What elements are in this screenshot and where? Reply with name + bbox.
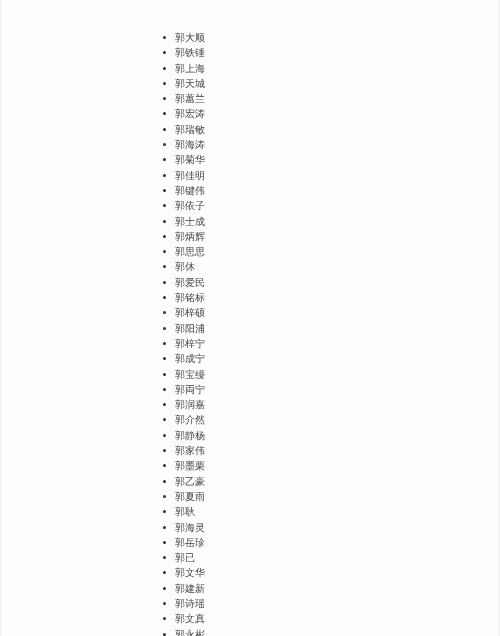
- list-item: 郭炳辉: [161, 229, 499, 244]
- list-item: 郭上海: [161, 61, 499, 76]
- list-item: 郭成宁: [161, 351, 499, 366]
- list-item: 郭键伟: [161, 183, 499, 198]
- list-item: 郭润嘉: [161, 397, 499, 412]
- list-item: 郭梓硕: [161, 305, 499, 320]
- list-item: 郭永彬: [161, 627, 499, 636]
- list-item: 郭阳浦: [161, 321, 499, 336]
- list-item: 郭爱民: [161, 275, 499, 290]
- document-body: 郭大顺郭铁锤郭上海郭天城郭蕙兰郭宏涛郭瑞敏郭海涛郭菊华郭佳明郭键伟郭依子郭士成郭…: [0, 0, 500, 636]
- list-item: 郭墨栗: [161, 458, 499, 473]
- list-item: 郭文真: [161, 611, 499, 626]
- list-item: 郭耿: [161, 504, 499, 519]
- list-item: 郭诗瑶: [161, 596, 499, 611]
- list-item: 郭家伟: [161, 443, 499, 458]
- list-item: 郭铭标: [161, 290, 499, 305]
- list-item: 郭夏雨: [161, 489, 499, 504]
- list-item: 郭宝缦: [161, 367, 499, 382]
- list-item: 郭依子: [161, 198, 499, 213]
- list-item: 郭佳明: [161, 168, 499, 183]
- list-item: 郭乙豪: [161, 474, 499, 489]
- list-item: 郭海灵: [161, 520, 499, 535]
- list-item: 郭岳珍: [161, 535, 499, 550]
- list-item: 郭已: [161, 550, 499, 565]
- list-item: 郭海涛: [161, 137, 499, 152]
- list-item: 郭思思: [161, 244, 499, 259]
- list-item: 郭蕙兰: [161, 91, 499, 106]
- list-item: 郭士成: [161, 214, 499, 229]
- list-item: 郭建新: [161, 581, 499, 596]
- list-item: 郭天城: [161, 76, 499, 91]
- list-item: 郭瑞敏: [161, 122, 499, 137]
- list-item: 郭菊华: [161, 152, 499, 167]
- list-item: 郭介然: [161, 412, 499, 427]
- list-item: 郭宏涛: [161, 106, 499, 121]
- list-item: 郭文华: [161, 565, 499, 580]
- list-item: 郭休: [161, 259, 499, 274]
- list-item: 郭大顺: [161, 30, 499, 45]
- list-item: 郭铁锤: [161, 45, 499, 60]
- name-list: 郭大顺郭铁锤郭上海郭天城郭蕙兰郭宏涛郭瑞敏郭海涛郭菊华郭佳明郭键伟郭依子郭士成郭…: [1, 30, 499, 636]
- list-item: 郭梓宁: [161, 336, 499, 351]
- list-item: 郭静杨: [161, 428, 499, 443]
- list-item: 郭両宁: [161, 382, 499, 397]
